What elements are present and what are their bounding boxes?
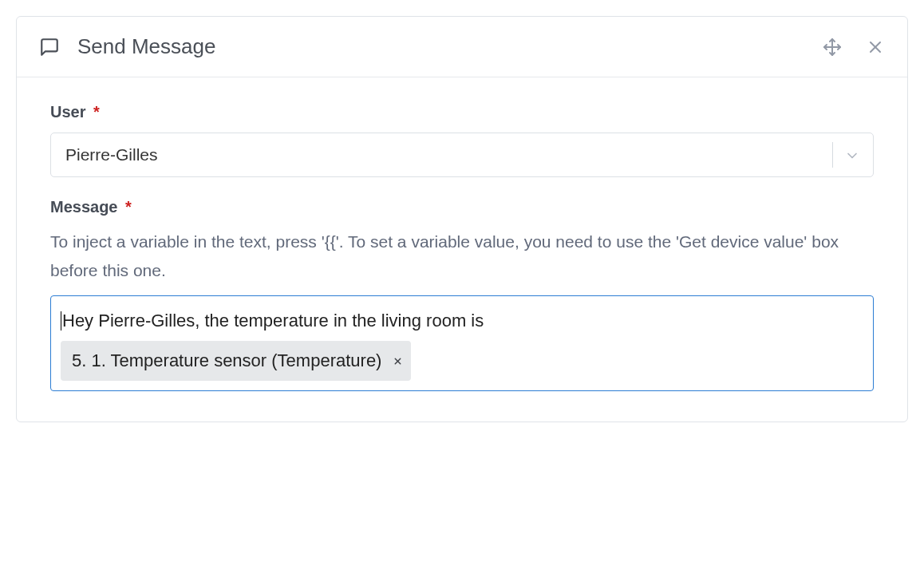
card-title: Send Message — [77, 34, 823, 59]
required-asterisk: * — [93, 103, 100, 121]
message-help-text: To inject a variable in the text, press … — [50, 228, 874, 284]
user-label: User * — [50, 103, 874, 121]
user-select[interactable]: Pierre-Gilles — [50, 133, 874, 177]
text-cursor — [61, 311, 61, 331]
message-icon — [39, 37, 63, 57]
variable-tag-label: 5. 1. Temperature sensor (Temperature) — [72, 344, 381, 378]
close-icon[interactable] — [866, 38, 885, 57]
message-label: Message * — [50, 198, 874, 216]
header-actions — [823, 38, 885, 57]
user-select-value: Pierre-Gilles — [65, 145, 824, 164]
message-label-text: Message — [50, 198, 118, 216]
card-header: Send Message — [17, 17, 907, 77]
user-field-group: User * Pierre-Gilles — [50, 103, 874, 177]
send-message-card: Send Message — [16, 16, 908, 422]
required-asterisk: * — [125, 198, 132, 216]
message-field-group: Message * To inject a variable in the te… — [50, 198, 874, 391]
variable-tag[interactable]: 5. 1. Temperature sensor (Temperature) — [61, 341, 411, 381]
message-input[interactable]: Hey Pierre-Gilles, the temperature in th… — [50, 295, 874, 391]
move-icon[interactable] — [823, 38, 842, 57]
select-divider — [832, 142, 833, 168]
message-body-text: Hey Pierre-Gilles, the temperature in th… — [62, 311, 484, 331]
remove-tag-icon[interactable] — [393, 356, 403, 366]
card-body: User * Pierre-Gilles Message * To inject… — [17, 77, 907, 422]
user-label-text: User — [50, 103, 85, 121]
chevron-down-icon — [844, 148, 859, 162]
